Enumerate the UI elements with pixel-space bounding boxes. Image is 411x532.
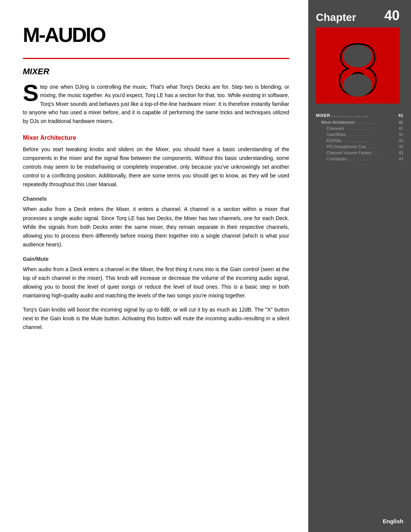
toc-sub-mixer-arch: Mixer Architecture . . . . . . . . . 41: [316, 120, 403, 125]
gain-mute-body1: When audio from a Deck enters a channel …: [23, 265, 289, 300]
toc-subsub-channels-dots: . . . . . . . . . . .: [346, 126, 397, 131]
page-number: 40: [384, 8, 400, 24]
toc-subsub-crossfader-label: Crossfader: [327, 157, 347, 161]
toc-subsub-channel-vol-dots: . . . .: [373, 150, 397, 155]
toc-section: MIXER . . . . . . . . . . . . . . 41 Mix…: [308, 107, 411, 168]
logo: M-AUDIO: [23, 23, 289, 46]
chapter-label: Chapter: [308, 4, 364, 24]
toc-sub-mixer-arch-dots: . . . . . . . . .: [356, 120, 397, 125]
toc-subsub-pfl-page: 42: [399, 144, 403, 149]
chapter-number-box: 8: [316, 27, 400, 104]
toc-subsub-eq-kills-dots: . . . . . . . . . . .: [344, 138, 397, 143]
toc-subsub-gain-mute-label: Gain/Mute: [327, 132, 346, 137]
toc-subsub-channels: Channels . . . . . . . . . . . 41: [316, 126, 403, 131]
mixer-architecture-heading: Mixer Architecture: [23, 134, 289, 141]
toc-sub-mixer-arch-page: 41: [399, 120, 403, 125]
toc-subsub-channels-label: Channels: [327, 126, 344, 131]
main-content: M-AUDIO MIXER Step one when DJing is con…: [0, 0, 308, 532]
toc-subsub-eq-kills-label: EQ/Kills.: [327, 138, 342, 143]
svg-point-2: [343, 74, 372, 97]
mixer-heading: MIXER: [23, 67, 289, 77]
toc-main-mixer-dots: . . . . . . . . . . . . . .: [331, 113, 397, 118]
toc-subsub-pfl: PFL/Headphone Cue . . . . . 42: [316, 144, 403, 149]
toc-subsub-crossfader-page: 43: [399, 157, 403, 161]
toc-subsub-crossfader-dots: . . . . . . . . . .: [349, 157, 397, 161]
toc-subsub-pfl-dots: . . . . .: [367, 144, 397, 149]
divider: [23, 58, 289, 59]
toc-subsub-gain-mute-page: 41: [399, 132, 403, 137]
toc-subsub-crossfader: Crossfader . . . . . . . . . . 43: [316, 157, 403, 161]
gain-mute-body2: Torq's Gain knobs will boost the incomin…: [23, 305, 289, 332]
toc-subsub-eq-kills: EQ/Kills. . . . . . . . . . . . 42: [316, 138, 403, 143]
mixer-architecture-body: Before you start tweaking knobs and slid…: [23, 145, 289, 189]
chapter-number-svg: 8: [316, 27, 400, 104]
toc-main-mixer: MIXER . . . . . . . . . . . . . . 41: [316, 113, 403, 118]
channels-heading: Channels: [23, 196, 289, 202]
channels-body: When audio from a Deck enters the Mixer,…: [23, 205, 289, 249]
svg-point-1: [343, 45, 372, 67]
drop-cap: S: [23, 81, 38, 105]
toc-sub-mixer-arch-label: Mixer Architecture: [321, 120, 355, 125]
toc-subsub-gain-mute: Gain/Mute . . . . . . . . . . 41: [316, 132, 403, 137]
toc-subsub-channels-page: 41: [399, 126, 403, 131]
toc-subsub-channel-vol: Channel Volume Faders . . . . 43: [316, 150, 403, 155]
toc-subsub-pfl-label: PFL/Headphone Cue: [327, 144, 366, 149]
gain-mute-heading: Gain/Mute: [23, 256, 289, 262]
toc-subsub-channel-vol-page: 43: [399, 150, 403, 155]
toc-main-mixer-page: 41: [398, 113, 403, 118]
intro-paragraph: Step one when DJing is controlling the m…: [23, 83, 289, 125]
toc-subsub-gain-mute-dots: . . . . . . . . . .: [347, 132, 397, 137]
toc-main-mixer-label: MIXER: [316, 113, 330, 118]
sidebar: 40 Chapter 8 MIXER . . . . . . . . . . .…: [308, 0, 411, 532]
english-label: English: [383, 518, 403, 524]
toc-subsub-eq-kills-page: 42: [399, 138, 403, 143]
toc-subsub-channel-vol-label: Channel Volume Faders: [327, 150, 371, 155]
